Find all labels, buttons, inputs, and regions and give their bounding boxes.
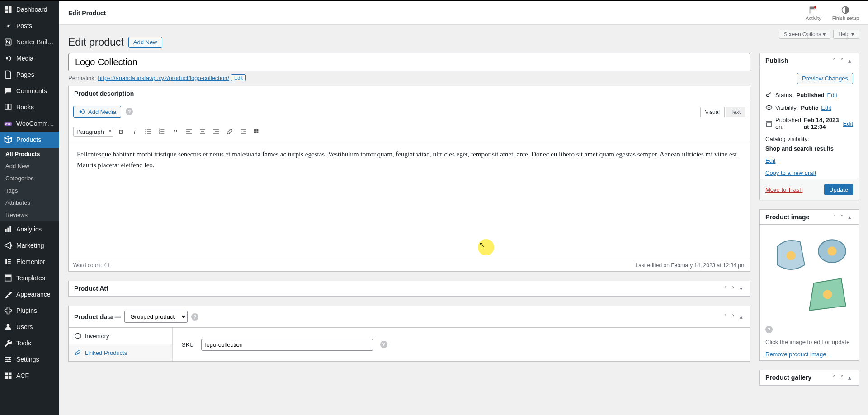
collapse-icon[interactable]: ▴ <box>846 214 853 221</box>
submenu-item-reviews[interactable]: Reviews <box>0 209 59 221</box>
more-button[interactable] <box>237 126 249 137</box>
svg-rect-46 <box>213 133 219 133</box>
collapse-icon[interactable]: ▴ <box>846 57 853 64</box>
help-button[interactable]: Help ▾ <box>833 30 859 39</box>
sidebar-item-media[interactable]: Media <box>0 50 59 66</box>
svg-rect-21 <box>9 373 12 376</box>
sidebar-item-books[interactable]: Books <box>0 99 59 115</box>
product-type-select[interactable]: Grouped product <box>124 311 188 323</box>
inventory-tab[interactable]: Inventory <box>69 328 172 344</box>
sidebar-item-dashboard[interactable]: Dashboard <box>0 1 59 18</box>
collapse-icon[interactable]: ▴ <box>846 374 853 381</box>
chevron-up-icon[interactable]: ˄ <box>722 313 729 320</box>
align-right-button[interactable] <box>210 126 222 137</box>
submenu-item-categories[interactable]: Categories <box>0 172 59 184</box>
bullet-list-button[interactable] <box>142 126 154 137</box>
submenu-item-attributes[interactable]: Attributes <box>0 197 59 209</box>
italic-button[interactable]: I <box>129 126 141 137</box>
move-to-trash-link[interactable]: Move to Trash <box>765 186 802 193</box>
sku-input[interactable] <box>201 339 373 351</box>
svg-point-61 <box>827 246 836 255</box>
flag-icon <box>809 5 818 14</box>
help-icon[interactable]: ? <box>380 341 387 348</box>
svg-rect-48 <box>241 131 246 132</box>
copy-draft-link[interactable]: Copy to a new draft <box>765 170 816 176</box>
svg-rect-47 <box>241 129 246 130</box>
chevron-up-icon[interactable]: ˄ <box>831 374 838 381</box>
sidebar-item-appearance[interactable]: Appearance <box>0 286 59 302</box>
chevron-down-icon[interactable]: ˅ <box>839 374 845 381</box>
editor-content[interactable]: Pellentesque habitant morbi tristique se… <box>69 141 750 259</box>
text-tab[interactable]: Text <box>726 107 745 117</box>
align-center-button[interactable] <box>197 126 208 137</box>
chevron-down-icon[interactable]: ˅ <box>730 313 737 320</box>
finish-setup-button[interactable]: Finish setup <box>832 5 859 21</box>
sidebar-item-products[interactable]: Products <box>0 132 59 148</box>
circle-half-icon <box>841 5 850 14</box>
sidebar-item-templates[interactable]: Templates <box>0 270 59 286</box>
screen-options-button[interactable]: Screen Options ▾ <box>779 30 831 39</box>
svg-text:3: 3 <box>158 132 160 134</box>
sidebar-item-plugins[interactable]: Plugins <box>0 302 59 319</box>
chevron-down-icon[interactable]: ˅ <box>839 57 845 64</box>
media-icon <box>78 108 85 115</box>
sidebar-item-elementor[interactable]: Elementor <box>0 254 59 270</box>
chevron-down-icon[interactable]: ˅ <box>839 214 845 221</box>
align-left-button[interactable] <box>183 126 195 137</box>
submenu-item-add-new[interactable]: Add New <box>0 160 59 172</box>
edit-catalog-link[interactable]: Edit <box>765 157 775 164</box>
sidebar-item-acf[interactable]: ACF <box>0 368 59 384</box>
format-select[interactable]: Paragraph <box>73 127 113 137</box>
link-button[interactable] <box>224 126 236 137</box>
svg-rect-29 <box>147 131 151 132</box>
chevron-up-icon[interactable]: ˄ <box>722 285 729 292</box>
edit-status-link[interactable]: Edit <box>827 92 837 99</box>
svg-rect-50 <box>254 129 256 131</box>
svg-point-13 <box>7 324 10 327</box>
sidebar-item-users[interactable]: Users <box>0 319 59 335</box>
chevron-down-icon[interactable]: ˅ <box>730 285 737 292</box>
linked-products-tab[interactable]: Linked Products <box>69 344 172 361</box>
collapse-icon[interactable]: ▾ <box>738 285 745 292</box>
product-image-thumb[interactable] <box>760 225 859 323</box>
sidebar-item-settings[interactable]: Settings <box>0 351 59 368</box>
product-title-input[interactable] <box>68 53 750 71</box>
sidebar-item-analytics[interactable]: Analytics <box>0 221 59 237</box>
bold-button[interactable]: B <box>115 126 127 137</box>
sidebar-item-tools[interactable]: Tools <box>0 335 59 351</box>
toolbar-toggle-button[interactable] <box>251 126 263 137</box>
activity-button[interactable]: Activity <box>806 5 821 21</box>
update-button[interactable]: Update <box>824 184 853 195</box>
preview-changes-button[interactable]: Preview Changes <box>797 73 853 84</box>
sidebar-item-marketing[interactable]: Marketing <box>0 237 59 254</box>
sidebar-item-pages[interactable]: Pages <box>0 66 59 83</box>
svg-point-30 <box>145 133 146 134</box>
main-area: Edit Product Activity Finish setup Scree… <box>59 1 868 415</box>
word-count: Word count: 41 <box>73 262 110 269</box>
visual-tab[interactable]: Visual <box>700 107 725 117</box>
help-icon[interactable]: ? <box>191 313 198 321</box>
sidebar-item-comments[interactable]: Comments <box>0 83 59 99</box>
help-icon[interactable]: ? <box>126 108 133 115</box>
svg-rect-43 <box>200 133 205 133</box>
quote-button[interactable] <box>170 126 181 137</box>
remove-product-image-link[interactable]: Remove product image <box>765 351 826 358</box>
collapse-icon[interactable]: ▴ <box>738 313 745 320</box>
add-new-button[interactable]: Add New <box>128 37 162 48</box>
page-title: Edit product <box>68 36 124 48</box>
sidebar-item-woocommerce[interactable]: WooWooCommerce <box>0 115 59 132</box>
chevron-up-icon[interactable]: ˄ <box>831 57 838 64</box>
sidebar-item-nexter-builder[interactable]: Nexter Builder <box>0 34 59 50</box>
permalink-link[interactable]: https://ananda.instawp.xyz/product/logo-… <box>98 75 229 81</box>
submenu-item-all-products[interactable]: All Products <box>0 148 59 160</box>
chevron-up-icon[interactable]: ˄ <box>831 214 838 221</box>
numbered-list-button[interactable]: 123 <box>156 126 168 137</box>
product-image-box: Product image ˄ ˅ ▴ <box>760 209 859 361</box>
edit-permalink-button[interactable]: Edit <box>231 74 246 81</box>
help-icon[interactable]: ? <box>765 326 773 333</box>
edit-published-link[interactable]: Edit <box>843 120 853 127</box>
add-media-button[interactable]: Add Media <box>73 106 121 118</box>
sidebar-item-posts[interactable]: Posts <box>0 18 59 34</box>
edit-visibility-link[interactable]: Edit <box>821 104 831 111</box>
submenu-item-tags[interactable]: Tags <box>0 184 59 197</box>
